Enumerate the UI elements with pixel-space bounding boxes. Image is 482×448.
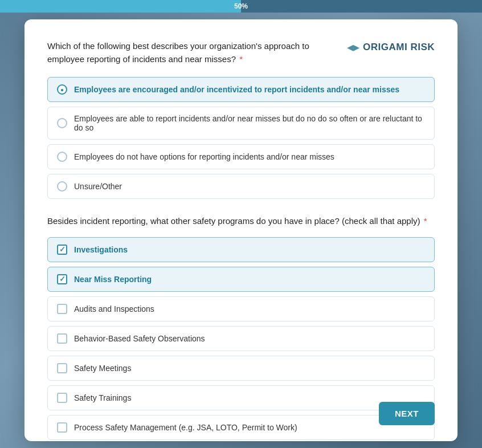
q2-option-2-label: Near Miss Reporting <box>74 275 152 284</box>
q2-option-2[interactable]: ✓ Near Miss Reporting <box>47 267 435 292</box>
q1-option-4[interactable]: Unsure/Other <box>47 174 435 199</box>
question2-text: Besides incident reporting, what other s… <box>47 215 435 228</box>
logo-text: ORIGAMI RISK <box>363 42 435 53</box>
q2-option-7[interactable]: Process Safety Management (e.g. JSA, LOT… <box>47 415 435 440</box>
radio-q1-1: ● <box>57 84 67 95</box>
required-star-q2: * <box>422 216 427 226</box>
checkbox-q2-4 <box>57 333 67 344</box>
q2-option-4-label: Behavior-Based Safety Observations <box>74 334 205 343</box>
checkbox-q2-7 <box>57 422 67 433</box>
q2-option-7-label: Process Safety Management (e.g. JSA, LOT… <box>74 423 297 432</box>
q2-option-1[interactable]: ✓ Investigations <box>47 237 435 262</box>
logo: ◂▸ ORIGAMI RISK <box>347 40 435 55</box>
question2-options: ✓ Investigations ✓ Near Miss Reporting A… <box>47 237 435 440</box>
q2-option-6[interactable]: Safety Trainings <box>47 385 435 410</box>
q1-option-2-label: Employees are able to report incidents a… <box>74 114 425 132</box>
q2-option-1-label: Investigations <box>74 245 128 254</box>
progress-bar-fill <box>0 0 241 13</box>
q1-option-1-label: Employees are encouraged and/or incentiv… <box>74 85 399 94</box>
question1-text: Which of the following best describes yo… <box>47 40 344 66</box>
q1-option-4-label: Unsure/Other <box>74 182 122 191</box>
next-button[interactable]: NEXT <box>379 402 435 425</box>
survey-modal: Which of the following best describes yo… <box>24 19 458 441</box>
progress-label: 50% <box>234 2 248 10</box>
checkbox-q2-6 <box>57 393 67 403</box>
checkbox-q2-2: ✓ <box>57 274 67 284</box>
question1-options: ● Employees are encouraged and/or incent… <box>47 77 435 199</box>
q2-option-5[interactable]: Safety Meetings <box>47 356 435 381</box>
radio-q1-3 <box>57 152 67 162</box>
modal-header: Which of the following best describes yo… <box>47 40 435 66</box>
q2-option-5-label: Safety Meetings <box>74 364 131 373</box>
logo-icon: ◂▸ <box>347 40 360 55</box>
checkbox-q2-3 <box>57 304 67 314</box>
checkbox-q2-1: ✓ <box>57 245 67 255</box>
q2-option-3[interactable]: Audits and Inspections <box>47 296 435 321</box>
checkbox-q2-5 <box>57 363 67 373</box>
q2-option-4[interactable]: Behavior-Based Safety Observations <box>47 326 435 351</box>
q2-option-3-label: Audits and Inspections <box>74 304 154 313</box>
required-star-q1: * <box>237 54 243 64</box>
q1-option-3-label: Employees do not have options for report… <box>74 152 334 161</box>
q2-option-6-label: Safety Trainings <box>74 393 131 402</box>
q1-option-1[interactable]: ● Employees are encouraged and/or incent… <box>47 77 435 102</box>
progress-bar-container: 50% <box>0 0 482 13</box>
radio-q1-2 <box>57 118 67 128</box>
radio-q1-4 <box>57 181 67 192</box>
q1-option-3[interactable]: Employees do not have options for report… <box>47 144 435 169</box>
q1-option-2[interactable]: Employees are able to report incidents a… <box>47 107 435 140</box>
